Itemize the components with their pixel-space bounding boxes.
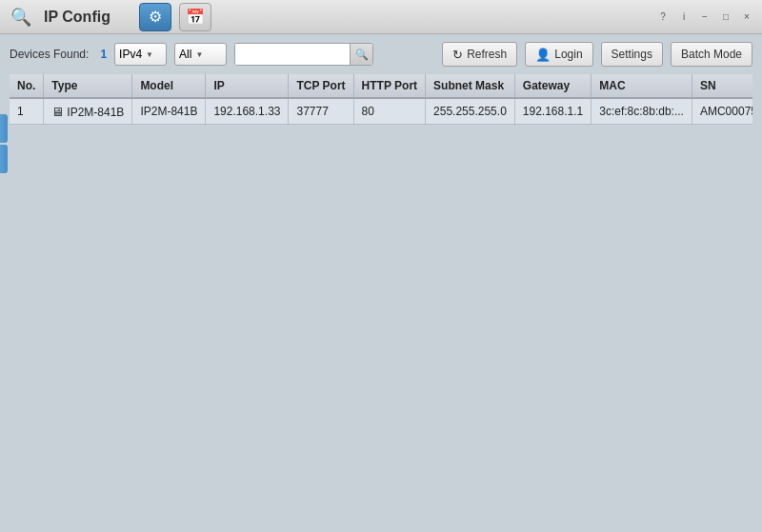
side-tab-2[interactable] (0, 145, 8, 173)
col-model: Model (132, 74, 206, 98)
col-sn: SN (692, 74, 752, 98)
cell-sn: AMC00075J9... (692, 98, 752, 125)
col-gateway: Gateway (514, 74, 591, 98)
col-http-port: HTTP Port (353, 74, 425, 98)
settings-label: Settings (612, 48, 652, 61)
calendar-toolbar-button[interactable]: 📅 (179, 3, 211, 31)
col-mac: MAC (592, 74, 692, 98)
search-button[interactable]: 🔍 (350, 43, 372, 66)
table-header-row: No. Type Model IP TCP Port HTTP Port Sub… (10, 74, 752, 98)
gear-toolbar-button[interactable]: ⚙ (139, 3, 171, 31)
window-controls: ? i − □ × (655, 10, 754, 25)
device-type-icon: 🖥 (51, 105, 64, 119)
help-button[interactable]: ? (655, 10, 671, 25)
app-title: IP Config (44, 9, 110, 26)
close-button[interactable]: × (739, 10, 754, 25)
table-row: 1🖥IP2M-841BIP2M-841B192.168.1.3337777802… (10, 98, 752, 125)
maximize-button[interactable]: □ (718, 10, 733, 25)
device-type-text: IP2M-841B (67, 106, 124, 119)
ip-version-dropdown[interactable]: IPv4 ▼ (114, 43, 167, 66)
title-left: 🔍 IP Config ⚙ 📅 (8, 3, 211, 31)
ip-version-value: IPv4 (119, 48, 142, 61)
col-ip: IP (206, 74, 289, 98)
devices-count: 1 (100, 48, 107, 61)
col-subnet-mask: Subnet Mask (426, 74, 515, 98)
side-tab-1[interactable] (0, 114, 8, 143)
cell-subnet-mask: 255.255.255.0 (426, 98, 515, 125)
cell-ip: 192.168.1.33 (206, 98, 289, 125)
login-icon: 👤 (535, 48, 551, 62)
cell-no: 1 (10, 98, 44, 125)
side-tabs (0, 114, 8, 173)
main-content: Devices Found: 1 IPv4 ▼ All ▼ 🔍 ↻ Refres… (0, 34, 762, 532)
toolbar-icons: ⚙ 📅 (139, 3, 211, 31)
col-type: Type (44, 74, 132, 98)
cell-tcp-port: 37777 (289, 98, 353, 125)
info-button[interactable]: i (676, 10, 692, 25)
refresh-icon: ↻ (452, 48, 463, 62)
cell-http-port: 80 (353, 98, 425, 125)
device-table-container: No. Type Model IP TCP Port HTTP Port Sub… (10, 74, 752, 524)
devices-found-label: Devices Found: (10, 48, 89, 61)
search-box: 🔍 (234, 43, 373, 66)
minimize-button[interactable]: − (697, 10, 712, 25)
login-label: Login (554, 48, 582, 61)
login-button[interactable]: 👤 Login (525, 42, 592, 67)
batch-mode-label: Batch Mode (681, 48, 742, 61)
filter-value: All (179, 48, 191, 61)
toolbar-row: Devices Found: 1 IPv4 ▼ All ▼ 🔍 ↻ Refres… (10, 42, 752, 67)
filter-arrow-icon: ▼ (195, 50, 203, 59)
filter-dropdown[interactable]: All ▼ (174, 43, 227, 66)
batch-mode-button[interactable]: Batch Mode (671, 42, 752, 67)
cell-type: 🖥IP2M-841B (44, 98, 132, 125)
title-bar: 🔍 IP Config ⚙ 📅 ? i − □ × (0, 0, 762, 34)
refresh-label: Refresh (467, 48, 507, 61)
device-table: No. Type Model IP TCP Port HTTP Port Sub… (10, 74, 752, 125)
refresh-button[interactable]: ↻ Refresh (442, 42, 517, 67)
cell-model: IP2M-841B (132, 98, 206, 125)
search-input[interactable] (235, 44, 350, 65)
cell-gateway: 192.168.1.1 (514, 98, 591, 125)
settings-button[interactable]: Settings (601, 42, 663, 67)
search-logo-icon: 🔍 (8, 4, 34, 30)
col-no: No. (10, 74, 44, 98)
col-tcp-port: TCP Port (289, 74, 353, 98)
ip-version-arrow-icon: ▼ (146, 50, 153, 59)
cell-mac: 3c:ef:8c:8b:db:... (592, 98, 692, 125)
